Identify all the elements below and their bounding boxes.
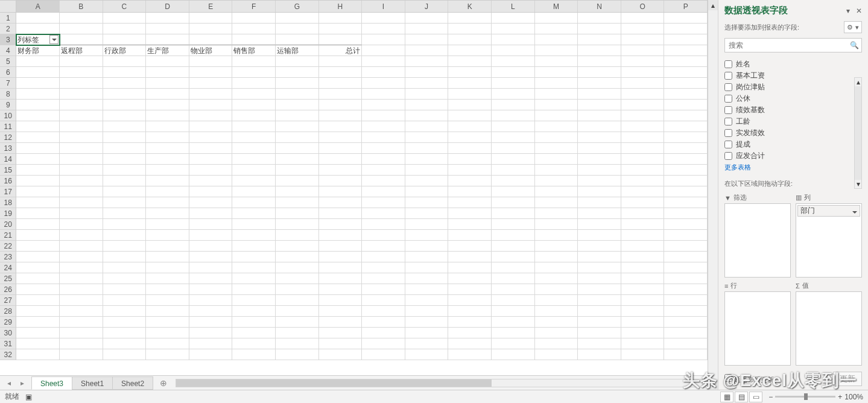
cell[interactable] xyxy=(621,197,665,208)
cell[interactable] xyxy=(492,34,535,45)
cell[interactable] xyxy=(103,100,147,110)
cell[interactable] xyxy=(189,219,233,230)
cell[interactable] xyxy=(232,241,276,252)
cell[interactable] xyxy=(405,252,449,262)
cell[interactable] xyxy=(664,262,708,273)
cell[interactable] xyxy=(621,110,665,121)
cell[interactable] xyxy=(16,110,60,121)
cell[interactable] xyxy=(232,67,276,78)
cell[interactable] xyxy=(319,89,363,100)
cell[interactable] xyxy=(16,284,60,295)
cell[interactable] xyxy=(232,273,276,284)
tab-nav-prev-icon[interactable]: ▸ xyxy=(17,378,28,389)
cell[interactable] xyxy=(232,13,276,24)
cell[interactable] xyxy=(319,56,363,67)
cell[interactable] xyxy=(232,306,276,317)
update-button[interactable]: 更新 xyxy=(833,372,862,386)
cell[interactable] xyxy=(103,89,147,100)
cell[interactable] xyxy=(103,56,147,67)
cell[interactable] xyxy=(319,338,363,349)
cell[interactable] xyxy=(232,295,276,306)
cell[interactable] xyxy=(103,252,147,262)
cell[interactable] xyxy=(578,56,621,67)
cell[interactable] xyxy=(535,165,578,176)
cell[interactable] xyxy=(448,219,492,230)
cell[interactable] xyxy=(492,132,535,143)
cell[interactable]: 生产部 xyxy=(146,45,189,56)
cell[interactable] xyxy=(232,56,276,67)
cell[interactable] xyxy=(276,197,319,208)
cell[interactable] xyxy=(535,56,578,67)
cell[interactable] xyxy=(60,154,103,165)
cell[interactable] xyxy=(664,306,708,317)
cell[interactable] xyxy=(146,56,189,67)
cell[interactable] xyxy=(276,306,319,317)
cell[interactable] xyxy=(319,230,363,241)
field-item[interactable]: 基本工资 xyxy=(724,70,854,81)
cell[interactable] xyxy=(405,284,449,295)
cell[interactable] xyxy=(362,252,405,262)
row-header[interactable]: 1 xyxy=(0,13,16,24)
cell[interactable] xyxy=(103,338,147,349)
row-header[interactable]: 23 xyxy=(0,252,16,262)
cell[interactable] xyxy=(146,110,189,121)
row-header[interactable]: 10 xyxy=(0,110,16,121)
cell[interactable] xyxy=(319,13,363,24)
cell[interactable] xyxy=(664,317,708,328)
cell[interactable] xyxy=(276,89,319,100)
cell[interactable] xyxy=(405,219,449,230)
cell[interactable] xyxy=(578,306,621,317)
cell[interactable] xyxy=(103,13,147,24)
cell[interactable] xyxy=(146,262,189,273)
cell[interactable] xyxy=(448,252,492,262)
cell[interactable] xyxy=(189,143,233,154)
cell[interactable] xyxy=(16,56,60,67)
pane-close-icon[interactable]: ✕ xyxy=(856,7,862,15)
cell[interactable] xyxy=(146,317,189,328)
cell[interactable] xyxy=(146,338,189,349)
cell[interactable] xyxy=(189,110,233,121)
cell[interactable] xyxy=(362,219,405,230)
cell[interactable] xyxy=(535,306,578,317)
cell[interactable] xyxy=(621,13,665,24)
cell[interactable] xyxy=(319,295,363,306)
cell[interactable] xyxy=(405,132,449,143)
cell[interactable] xyxy=(621,154,665,165)
cell[interactable] xyxy=(103,317,147,328)
cell[interactable] xyxy=(405,273,449,284)
page-layout-view-icon[interactable]: ▤ xyxy=(735,392,748,402)
field-item[interactable]: 姓名 xyxy=(724,59,854,70)
cell[interactable] xyxy=(448,262,492,273)
cell[interactable] xyxy=(319,176,363,186)
cell[interactable] xyxy=(189,121,233,132)
cell[interactable] xyxy=(664,273,708,284)
cell[interactable] xyxy=(232,121,276,132)
cell[interactable] xyxy=(535,241,578,252)
add-sheet-button[interactable]: ⊕ xyxy=(156,378,171,388)
cell[interactable] xyxy=(189,317,233,328)
cell[interactable] xyxy=(535,132,578,143)
cell[interactable] xyxy=(276,67,319,78)
cell[interactable] xyxy=(319,67,363,78)
cell[interactable] xyxy=(276,317,319,328)
cell[interactable] xyxy=(319,34,363,45)
more-tables-link[interactable]: 更多表格 xyxy=(724,163,854,172)
pane-menu-icon[interactable]: ▾ xyxy=(846,7,850,15)
zoom-in-icon[interactable]: + xyxy=(838,393,842,401)
cell[interactable] xyxy=(146,349,189,360)
cell[interactable] xyxy=(16,273,60,284)
cell[interactable] xyxy=(664,349,708,360)
cell[interactable] xyxy=(60,56,103,67)
cell[interactable] xyxy=(448,230,492,241)
cell[interactable] xyxy=(664,197,708,208)
cell[interactable] xyxy=(405,349,449,360)
cell[interactable] xyxy=(664,176,708,186)
row-header[interactable]: 5 xyxy=(0,56,16,67)
field-item[interactable]: 应发合计 xyxy=(724,150,854,162)
cell[interactable] xyxy=(621,349,665,360)
cell[interactable] xyxy=(405,154,449,165)
cell[interactable] xyxy=(189,186,233,197)
cell[interactable] xyxy=(405,100,449,110)
cell[interactable] xyxy=(578,154,621,165)
scroll-down-icon[interactable]: ▾ xyxy=(708,379,718,390)
